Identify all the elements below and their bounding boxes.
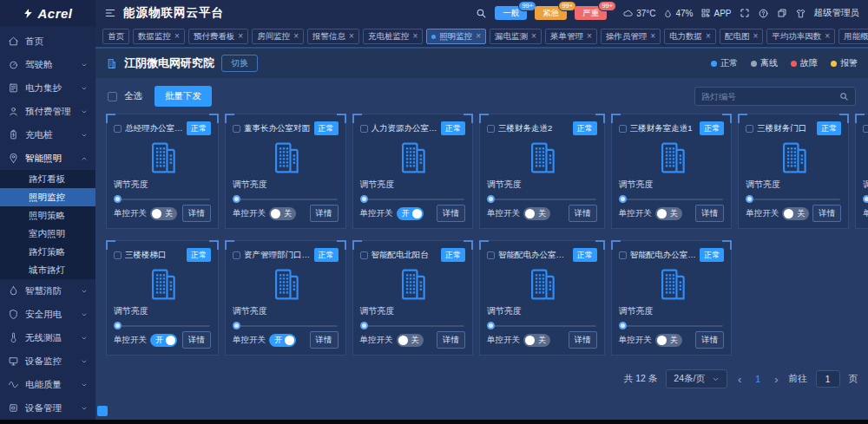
card-checkbox[interactable] [114, 251, 122, 259]
slider-handle[interactable] [487, 195, 495, 203]
multi-window-icon[interactable] [777, 8, 787, 18]
slider-handle[interactable] [233, 322, 240, 329]
fullscreen-icon[interactable] [740, 8, 750, 18]
menu-collapse-icon[interactable] [104, 7, 116, 19]
tab-close-icon[interactable]: × [587, 32, 592, 41]
sidebar-item-预付费管理[interactable]: 预付费管理 [0, 100, 95, 123]
card-checkbox[interactable] [746, 125, 753, 133]
sidebar-item-无线测温[interactable]: 无线测温 [0, 326, 95, 349]
batch-send-button[interactable]: 批量下发 [155, 86, 212, 107]
card-checkbox[interactable] [619, 251, 627, 259]
detail-button[interactable]: 详情 [569, 205, 597, 222]
tab-close-icon[interactable]: × [531, 32, 536, 41]
switch-toggle[interactable]: 关 [269, 207, 296, 220]
tab-close-icon[interactable]: × [293, 32, 299, 41]
brightness-slider[interactable] [115, 321, 210, 329]
brightness-slider[interactable] [233, 321, 338, 329]
tab-close-icon[interactable]: × [349, 32, 354, 41]
card-checkbox[interactable] [114, 125, 122, 133]
tab-数据监控[interactable]: 数据监控× [133, 29, 185, 44]
sidebar-item-电能质量[interactable]: 电能质量 [0, 373, 95, 396]
slider-handle[interactable] [360, 322, 368, 329]
search-icon[interactable] [839, 92, 849, 101]
sidebar-item-电力集抄[interactable]: 电力集抄 [0, 76, 95, 100]
tab-漏电监测[interactable]: 漏电监测× [490, 29, 542, 44]
switch-toggle[interactable]: 关 [782, 207, 809, 220]
switch-toggle[interactable]: 关 [397, 334, 424, 347]
sidebar-item-设备管理[interactable]: 设备管理 [0, 396, 95, 420]
tab-close-icon[interactable]: × [706, 32, 711, 41]
app-download[interactable]: APP [700, 8, 731, 18]
tab-电力数据[interactable]: 电力数据× [664, 29, 716, 44]
alarm-badge-一般[interactable]: 一般99+ [495, 6, 527, 20]
sidebar-subitem-照明策略[interactable]: 照明策略 [0, 206, 95, 225]
slider-handle[interactable] [114, 322, 122, 329]
card-checkbox[interactable] [487, 251, 495, 259]
sidebar-item-设备监控[interactable]: 设备监控 [0, 349, 95, 373]
sidebar-item-安全用电[interactable]: 安全用电 [0, 303, 95, 326]
card-checkbox[interactable] [233, 125, 240, 133]
slider-handle[interactable] [114, 195, 122, 203]
detail-button[interactable]: 详情 [569, 331, 597, 349]
detail-button[interactable]: 详情 [437, 331, 465, 349]
brightness-slider[interactable] [115, 194, 210, 203]
help-icon[interactable] [758, 8, 769, 19]
detail-button[interactable]: 详情 [310, 331, 339, 349]
tab-充电桩监控[interactable]: 充电桩监控× [363, 29, 423, 44]
detail-button[interactable]: 详情 [182, 331, 211, 349]
tab-菜单管理[interactable]: 菜单管理× [545, 29, 597, 44]
switch-toggle[interactable]: 关 [523, 334, 550, 347]
sidebar-subitem-照明监控[interactable]: 照明监控 [0, 188, 95, 206]
card-checkbox[interactable] [863, 125, 868, 133]
alarm-badge-紧急[interactable]: 紧急99+ [535, 6, 567, 20]
detail-button[interactable]: 详情 [437, 205, 465, 222]
sidebar-subitem-路灯策略[interactable]: 路灯策略 [0, 243, 95, 261]
tab-配电图[interactable]: 配电图× [720, 29, 763, 44]
prev-page-button[interactable]: ‹ [736, 373, 743, 386]
sidebar-item-智慧消防[interactable]: 智慧消防 [0, 279, 95, 303]
theme-shirt-icon[interactable] [795, 8, 806, 19]
float-button[interactable] [97, 406, 108, 416]
sidebar-item-驾驶舱[interactable]: 驾驶舱 [0, 53, 95, 76]
switch-toggle[interactable]: 关 [523, 207, 550, 220]
sidebar-item-智能照明[interactable]: 智能照明 [0, 147, 95, 170]
current-user[interactable]: 超级管理员 [814, 7, 860, 19]
switch-toggle[interactable]: 关 [655, 334, 682, 347]
tab-close-icon[interactable]: × [476, 32, 481, 41]
card-checkbox[interactable] [360, 125, 368, 133]
sidebar-subitem-城市路灯[interactable]: 城市路灯 [0, 261, 95, 279]
sidebar-item-充电桩[interactable]: 充电桩 [0, 123, 95, 147]
sidebar-subitem-路灯看板[interactable]: 路灯看板 [0, 170, 95, 188]
card-checkbox[interactable] [360, 251, 368, 259]
brightness-slider[interactable] [233, 194, 338, 203]
slider-handle[interactable] [619, 322, 627, 329]
tab-close-icon[interactable]: × [825, 32, 830, 41]
switch-toggle[interactable]: 关 [655, 207, 682, 220]
brightness-slider[interactable] [488, 321, 596, 329]
tab-close-icon[interactable]: × [650, 32, 655, 41]
slider-handle[interactable] [619, 195, 627, 203]
tab-操作员管理[interactable]: 操作员管理× [601, 29, 661, 44]
switch-toggle[interactable]: 关 [150, 207, 177, 220]
tab-预付费看板[interactable]: 预付费看板× [188, 29, 248, 44]
switch-toggle[interactable]: 开 [150, 334, 177, 347]
detail-button[interactable]: 详情 [812, 205, 841, 222]
detail-button[interactable]: 详情 [182, 205, 211, 222]
tab-close-icon[interactable]: × [238, 32, 243, 41]
tab-首页[interactable]: 首页 [102, 29, 129, 44]
tab-照明监控[interactable]: 照明监控× [426, 29, 486, 44]
sidebar-subitem-室内照明[interactable]: 室内照明 [0, 225, 95, 243]
tab-平均功率因数[interactable]: 平均功率因数× [766, 29, 835, 44]
detail-button[interactable]: 详情 [695, 205, 724, 222]
detail-button[interactable]: 详情 [310, 205, 339, 222]
next-page-button[interactable]: › [773, 373, 779, 386]
select-all-checkbox[interactable] [108, 92, 117, 101]
switch-toggle[interactable]: 开 [397, 207, 424, 220]
tab-close-icon[interactable]: × [174, 32, 180, 41]
search-input[interactable] [701, 92, 835, 101]
card-checkbox[interactable] [233, 251, 240, 259]
tab-用能概况[interactable]: 用能概况× [838, 29, 868, 44]
tab-close-icon[interactable]: × [412, 32, 418, 41]
slider-handle[interactable] [746, 195, 753, 203]
brightness-slider[interactable] [746, 194, 840, 203]
